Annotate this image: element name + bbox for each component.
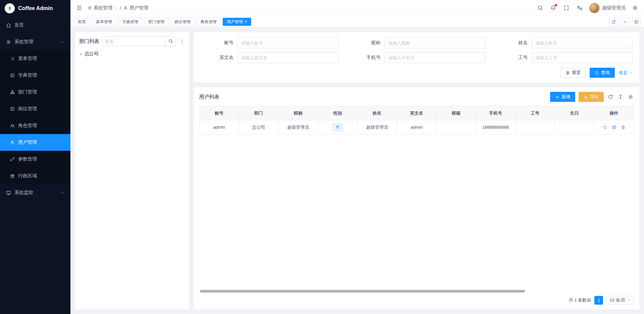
col-name: 姓名 bbox=[357, 106, 397, 120]
tab-dict-mgmt[interactable]: 字典管理 bbox=[118, 18, 142, 26]
sidebar-item-label: 系统监控 bbox=[14, 190, 33, 196]
sidebar-item-role-mgmt[interactable]: 角色管理 bbox=[0, 117, 70, 134]
user-menu[interactable]: 超级管理员 bbox=[589, 3, 626, 13]
tab-post-mgmt[interactable]: 岗位管理 bbox=[170, 18, 195, 26]
add-user-button[interactable]: 新增 bbox=[550, 92, 575, 102]
sidebar-item-dept-mgmt[interactable]: 部门管理 bbox=[0, 84, 70, 101]
account-input[interactable] bbox=[237, 38, 338, 48]
breadcrumb-section[interactable]: 系统管理 bbox=[88, 5, 117, 11]
collapse-filter-link[interactable]: 收起 bbox=[619, 70, 633, 76]
caret-right-icon[interactable] bbox=[79, 52, 83, 56]
field-label: 手机号 bbox=[348, 55, 385, 61]
more-options-icon[interactable] bbox=[179, 38, 185, 45]
filter-grid: 账号 昵称 姓名 英文名 bbox=[201, 38, 633, 63]
department-search-button[interactable] bbox=[165, 37, 176, 46]
sidebar-item-label: 参数管理 bbox=[18, 156, 37, 162]
nickname-input[interactable] bbox=[385, 38, 486, 48]
view-user-icon[interactable] bbox=[603, 125, 607, 130]
chevron-up-icon bbox=[60, 40, 64, 44]
translate-icon[interactable] bbox=[576, 4, 583, 12]
tab-role-mgmt[interactable]: 角色管理 bbox=[197, 18, 221, 26]
topbar-actions: 超级管理员 bbox=[537, 3, 639, 13]
tab-dept-mgmt[interactable]: 部门管理 bbox=[144, 18, 168, 26]
tab-label: 用户管理 bbox=[227, 19, 243, 25]
english-name-input[interactable] bbox=[237, 52, 338, 63]
tab-label: 岗位管理 bbox=[174, 19, 191, 25]
delete-user-icon[interactable] bbox=[621, 125, 626, 130]
sidebar-item-region-mgmt[interactable]: 行政区域 bbox=[0, 168, 70, 184]
home-icon bbox=[6, 23, 11, 28]
tab-menu-mgmt[interactable]: 菜单管理 bbox=[92, 18, 116, 26]
filter-field-name: 姓名 bbox=[495, 38, 633, 48]
tree-node-root[interactable]: 总公司 bbox=[79, 50, 185, 58]
org-tree-icon bbox=[10, 90, 15, 95]
tab-actions-chevron-down-icon[interactable] bbox=[621, 18, 629, 26]
sidebar-item-label: 首页 bbox=[14, 22, 24, 28]
sidebar-menu: 首页 系统管理 菜单管理 bbox=[0, 17, 70, 314]
column-settings-icon[interactable] bbox=[617, 93, 624, 100]
col-dept: 部门 bbox=[239, 106, 278, 120]
phone-input[interactable] bbox=[385, 52, 486, 63]
export-button[interactable]: 导出 bbox=[579, 92, 604, 102]
col-email: 邮箱 bbox=[436, 106, 476, 120]
close-icon[interactable]: × bbox=[245, 20, 247, 24]
sidebar-item-post-mgmt[interactable]: 岗位管理 bbox=[0, 101, 70, 117]
refresh-icon[interactable] bbox=[607, 93, 614, 100]
table-empty-space bbox=[199, 134, 634, 289]
user-list-title: 用户列表 bbox=[199, 94, 219, 100]
col-gender: 性别 bbox=[318, 106, 358, 120]
col-phone: 手机号 bbox=[476, 106, 516, 120]
fullscreen-icon[interactable] bbox=[563, 4, 570, 11]
sidebar-item-label: 菜单管理 bbox=[18, 56, 37, 62]
col-english-name: 英文名 bbox=[397, 106, 436, 120]
query-button[interactable]: 查询 bbox=[590, 68, 615, 78]
sidebar-item-user-mgmt[interactable]: 用户管理 bbox=[0, 134, 70, 151]
menu-list-icon bbox=[10, 56, 15, 61]
table-header-row: 账号 部门 昵称 性别 姓名 英文名 邮箱 手机号 工号 生日 bbox=[200, 106, 634, 120]
brand-logo[interactable]: Coffee Admin bbox=[0, 0, 70, 17]
edit-user-icon[interactable] bbox=[612, 125, 616, 130]
page-number-button[interactable]: 1 bbox=[594, 296, 603, 305]
sidebar-item-param-mgmt[interactable]: 参数管理 bbox=[0, 151, 70, 168]
job-no-input[interactable] bbox=[532, 52, 633, 63]
tabbar: 首页 菜单管理 字典管理 部门管理 岗位管理 角色管理 用户管理 × bbox=[70, 16, 644, 27]
refresh-icon[interactable] bbox=[609, 18, 618, 26]
plus-icon bbox=[555, 95, 559, 99]
tab-label: 首页 bbox=[78, 19, 86, 25]
collapse-label: 收起 bbox=[619, 70, 628, 76]
field-label: 姓名 bbox=[495, 40, 532, 46]
notification-bell-icon[interactable] bbox=[550, 4, 557, 11]
department-search-input[interactable] bbox=[102, 37, 165, 46]
cell-gender: 男 bbox=[318, 120, 358, 134]
page-size-select[interactable]: 10 条/页 bbox=[606, 296, 634, 305]
sidebar-item-home[interactable]: 首页 bbox=[0, 17, 70, 34]
filter-actions: 重置 查询 收起 bbox=[201, 68, 633, 78]
sidebar-item-dict-mgmt[interactable]: 字典管理 bbox=[0, 67, 70, 84]
gender-tag: 男 bbox=[333, 124, 343, 131]
tab-label: 字典管理 bbox=[122, 19, 138, 25]
tree-node-label: 总公司 bbox=[85, 51, 99, 57]
sidebar-collapse-icon[interactable] bbox=[76, 4, 83, 11]
sidebar-item-system[interactable]: 系统管理 bbox=[0, 34, 70, 50]
tab-home[interactable]: 首页 bbox=[74, 18, 90, 26]
tab-user-mgmt[interactable]: 用户管理 × bbox=[223, 18, 251, 26]
sidebar-item-label: 用户管理 bbox=[18, 139, 37, 145]
search-icon[interactable] bbox=[537, 4, 544, 11]
monitor-icon bbox=[6, 190, 11, 195]
trash-icon bbox=[566, 71, 570, 75]
sidebar-item-label: 角色管理 bbox=[18, 123, 37, 129]
sidebar-item-monitor[interactable]: 系统监控 bbox=[0, 184, 70, 201]
cell-name: 超级管理员 bbox=[357, 120, 397, 134]
scrollbar-thumb[interactable] bbox=[200, 290, 525, 293]
sidebar-item-menu-mgmt[interactable]: 菜单管理 bbox=[0, 50, 70, 67]
filter-field-english-name: 英文名 bbox=[201, 52, 338, 63]
notification-badge bbox=[555, 4, 557, 6]
table-settings-gear-icon[interactable] bbox=[627, 93, 634, 100]
reset-button[interactable]: 重置 bbox=[560, 68, 586, 78]
layout-icon[interactable] bbox=[632, 18, 641, 26]
settings-gear-icon[interactable] bbox=[632, 4, 639, 11]
sidebar-item-label: 行政区域 bbox=[18, 173, 37, 179]
name-input[interactable] bbox=[532, 38, 633, 48]
pagination: 共 1 条数据 1 10 条/页 bbox=[199, 296, 634, 305]
department-search-group bbox=[102, 36, 176, 46]
